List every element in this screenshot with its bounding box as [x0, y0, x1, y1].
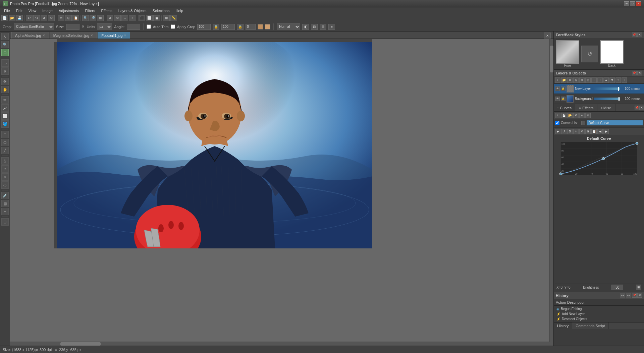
apply-crop-checkbox[interactable]: [171, 24, 175, 29]
rotate-ccw-button[interactable]: ↺: [107, 15, 113, 21]
zoom-out-button[interactable]: 🔍: [82, 15, 89, 21]
tool-text[interactable]: T: [1, 131, 9, 138]
cut-button[interactable]: ✂: [58, 15, 64, 21]
layers-close[interactable]: ✕: [637, 71, 642, 75]
tool-gradient[interactable]: ▤: [1, 200, 9, 207]
canvas-scroll[interactable]: [10, 39, 549, 342]
minimize-button[interactable]: ─: [624, 1, 629, 6]
tool-select-freehand[interactable]: ⌀: [1, 67, 9, 75]
save-button[interactable]: 💾: [16, 15, 23, 21]
layer-row-new[interactable]: 👁 🔒 New Layer 100 Norma: [554, 84, 644, 94]
layer-opacity-handle-bg[interactable]: [619, 97, 620, 101]
tool-brush[interactable]: 🖌: [1, 104, 9, 112]
layer-export[interactable]: ↑: [597, 77, 603, 83]
zoom-fit-button[interactable]: ⊞: [97, 15, 104, 21]
history-step-fwd[interactable]: ↻: [48, 15, 55, 21]
history-tab-history[interactable]: History: [554, 322, 572, 329]
maximize-button[interactable]: □: [630, 1, 635, 6]
tool-crop[interactable]: ⊡: [1, 49, 9, 56]
auto-trim-checkbox[interactable]: [147, 24, 151, 29]
tab-football1[interactable]: Football1.jpg ✕: [98, 32, 130, 39]
menu-adjustments[interactable]: Adjustments: [56, 8, 82, 13]
layer-duplicate[interactable]: ⎘: [573, 77, 579, 83]
menu-view[interactable]: View: [26, 8, 39, 13]
layer-opacity-bar-new[interactable]: [593, 87, 620, 90]
curve-ctrl-settings[interactable]: ⚙: [567, 129, 573, 134]
angle-input[interactable]: [127, 24, 140, 30]
align-left-btn[interactable]: ◧: [302, 24, 309, 30]
tab-alphamasks[interactable]: AlphaMasks.jpg ✕: [11, 32, 49, 39]
history-step-back[interactable]: ↺: [41, 15, 47, 21]
more-options-btn[interactable]: ≡: [328, 24, 335, 30]
layer-import[interactable]: ↓: [591, 77, 597, 83]
layer-new-group[interactable]: 📁: [561, 77, 567, 83]
val2-input[interactable]: [221, 24, 235, 30]
curve-graph[interactable]: 0 20 40 60 80 100 100 80 60 40 20 Bright…: [555, 142, 643, 175]
copy-button[interactable]: ⎘: [65, 15, 72, 21]
curve-ctrl-right[interactable]: ▶: [603, 129, 609, 134]
grid-button[interactable]: ⊞: [163, 15, 170, 21]
color-fore-btn[interactable]: [258, 24, 263, 30]
fore-style-swatch[interactable]: [556, 40, 579, 64]
tab-close-panel[interactable]: ✕: [544, 33, 551, 39]
layer-up[interactable]: ▲: [603, 77, 609, 83]
tool-select-rect[interactable]: ▭: [1, 59, 9, 67]
menu-file[interactable]: File: [1, 8, 13, 13]
menu-edit[interactable]: Edit: [13, 8, 25, 13]
vscroll-thumb[interactable]: [550, 46, 553, 72]
zoom-in-button[interactable]: 🔎: [90, 15, 96, 21]
layer-down[interactable]: ▼: [609, 77, 615, 83]
tool-pencil[interactable]: ✏: [1, 96, 9, 104]
crop-select[interactable]: Custom Size/Ratio: [14, 23, 54, 30]
curve-ctrl-delete-point[interactable]: ✕: [579, 129, 585, 134]
menu-effects[interactable]: Effects: [98, 8, 115, 13]
tool-eraser[interactable]: ⬜: [1, 112, 9, 120]
flip-v-button[interactable]: ↕: [129, 15, 136, 21]
tab-close-magnetic[interactable]: ✕: [91, 34, 93, 37]
deselect-button[interactable]: ⬜: [146, 15, 153, 21]
tool-eyedropper[interactable]: 💉: [1, 192, 9, 199]
flip-h-button[interactable]: ↔: [121, 15, 128, 21]
curves-list-checkbox[interactable]: [555, 121, 559, 125]
curve-ctrl-copy[interactable]: ⎘: [585, 129, 591, 134]
curve-ctrl-left[interactable]: ◀: [597, 129, 603, 134]
layer-visibility-bg[interactable]: 👁: [555, 97, 560, 101]
select-all-button[interactable]: ⬛: [139, 15, 145, 21]
size-width-input[interactable]: [66, 24, 79, 30]
new-button[interactable]: 📄: [1, 15, 8, 21]
val1-input[interactable]: [197, 24, 211, 30]
hscroll-thumb[interactable]: [60, 342, 101, 346]
layer-new-button[interactable]: +: [555, 77, 560, 83]
align-center-btn[interactable]: ⊡: [311, 24, 318, 30]
tool-zoom[interactable]: 🔍: [1, 41, 9, 48]
tab-close-alphamasks[interactable]: ✕: [43, 34, 45, 37]
menu-filters[interactable]: Filters: [82, 8, 98, 13]
tool-heal[interactable]: ⊕: [1, 165, 9, 173]
distribute-btn[interactable]: ⊞: [320, 24, 326, 30]
layer-row-bg[interactable]: 👁 🔒 Background 100 Norma: [554, 94, 644, 104]
undo-button[interactable]: ↩: [26, 15, 33, 21]
tool-pointer[interactable]: ↖: [1, 33, 9, 40]
layer-opacity-handle-new[interactable]: [618, 87, 619, 91]
tool-clone[interactable]: ⎘: [1, 157, 9, 165]
color-back-btn[interactable]: [265, 24, 270, 30]
layer-lock-new[interactable]: 🔒: [561, 86, 566, 91]
curve-ctrl-play[interactable]: ▶: [555, 129, 560, 134]
curves-tab-curves[interactable]: ~ Curves: [554, 104, 575, 111]
history-item-3[interactable]: ⚡ Deselect Objects: [555, 316, 643, 321]
curve-load-btn[interactable]: 📂: [567, 113, 573, 118]
menu-image[interactable]: Image: [40, 8, 55, 13]
curves-panel-pin[interactable]: 📌: [635, 106, 639, 110]
default-curve-item[interactable]: Default Curve: [587, 120, 643, 125]
vertical-scrollbar[interactable]: [549, 39, 553, 342]
tool-transform[interactable]: ⊞: [1, 218, 9, 226]
tab-close-football1[interactable]: ✕: [124, 34, 126, 37]
redo-button[interactable]: ↪: [33, 15, 40, 21]
tool-dodge[interactable]: ☀: [1, 173, 9, 181]
fore-back-close[interactable]: ✕: [637, 33, 642, 37]
curve-down-btn[interactable]: ▼: [585, 113, 591, 118]
menu-layers-objects[interactable]: Layers & Objects: [116, 8, 149, 13]
layer-align-bottom[interactable]: ⊥: [622, 77, 627, 83]
layer-align-top[interactable]: ⊤: [615, 77, 621, 83]
curve-delete-btn[interactable]: ✕: [573, 113, 579, 118]
